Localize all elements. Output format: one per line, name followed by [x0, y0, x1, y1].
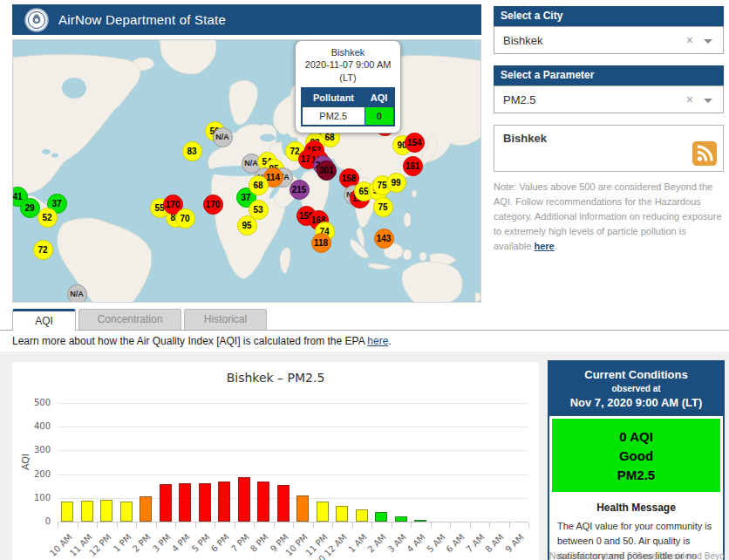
chart-bar[interactable]: [120, 502, 133, 522]
aqi-marker[interactable]: 52: [37, 208, 58, 228]
aqi-marker[interactable]: 143: [374, 229, 394, 249]
x-axis-tick: [489, 522, 490, 528]
health-message-section: Health Message The AQI value for your co…: [549, 495, 723, 560]
chart-title: Bishkek – PM2.5: [12, 371, 539, 385]
conditions-footer-note: Note: Values above 500 are considered Be…: [549, 551, 725, 560]
aqi-marker[interactable]: 95: [237, 215, 257, 236]
parameter-select-value: PM2.5: [503, 93, 536, 106]
city-select[interactable]: Bishkek ×: [494, 26, 724, 54]
chart-bar[interactable]: [414, 520, 426, 522]
aqi-marker[interactable]: 83: [182, 141, 202, 161]
x-axis-tick: [528, 522, 529, 528]
conditions-aqi-value: 0 AQI: [619, 429, 653, 444]
y-gridline: [58, 450, 528, 451]
parameter-select[interactable]: PM2.5 ×: [494, 85, 724, 113]
chart-bar[interactable]: [61, 502, 73, 522]
conditions-aqi-box: 0 AQI Good PM2.5: [552, 419, 720, 492]
header-bar: AirNow Department of State: [12, 4, 481, 35]
x-axis-label: 2 AM: [366, 532, 388, 554]
chart-card: Bishkek – PM2.5 AQI 010020030040050010 A…: [12, 362, 539, 560]
chart-bar[interactable]: [356, 509, 368, 522]
x-axis-tick: [58, 522, 58, 528]
chart-bar[interactable]: [277, 485, 290, 522]
chevron-down-icon[interactable]: [704, 39, 712, 44]
aqi-marker[interactable]: 99: [386, 173, 406, 193]
conditions-datetime: Nov 7, 2020 9:00 AM (LT): [551, 396, 721, 409]
x-axis-tick: [78, 522, 78, 528]
conditions-title: Current Conditions: [551, 368, 721, 381]
chart-bar[interactable]: [317, 502, 329, 522]
learn-more-body: Learn more about how the Air Quality Ind…: [12, 335, 367, 347]
x-axis-tick: [431, 522, 432, 528]
chart-plot-area: 010020030040050010 AM11 AM12 PM1 PM2 PM3…: [58, 403, 528, 522]
x-axis-tick: [215, 522, 215, 528]
aqi-marker[interactable]: N/A: [67, 284, 87, 304]
aqi-value-cell: 0: [364, 107, 394, 126]
aqi-marker[interactable]: 170: [203, 195, 223, 215]
x-axis-label: 3 PM: [151, 532, 173, 554]
chevron-down-icon[interactable]: [704, 99, 712, 103]
x-axis-tick: [175, 522, 176, 528]
aqi-marker[interactable]: 215: [290, 180, 310, 200]
chart-bar[interactable]: [257, 481, 269, 522]
y-axis-title: AQI: [20, 454, 31, 470]
popup-datetime: 2020-11-07 9:00 AM: [301, 58, 395, 71]
tab-historical[interactable]: Historical: [184, 309, 267, 330]
tab-bar: AQI Concentration Historical: [12, 309, 267, 331]
x-axis-label: 5 PM: [190, 532, 212, 554]
parameter-select-group: Select a Parameter PM2.5 ×: [494, 65, 724, 113]
chart-bar[interactable]: [336, 506, 348, 522]
tab-concentration[interactable]: Concentration: [78, 309, 181, 330]
city-select-group: Select a City Bishkek ×: [494, 6, 724, 54]
aqi-marker[interactable]: 301: [317, 160, 337, 181]
y-axis-tick-label: 100: [19, 493, 51, 502]
clear-icon[interactable]: ×: [686, 92, 693, 106]
rss-icon[interactable]: [692, 141, 717, 166]
x-axis-tick: [470, 522, 471, 528]
aqi-marker[interactable]: 72: [33, 240, 53, 260]
x-axis-tick: [392, 522, 392, 528]
state-department-seal-icon: [24, 8, 49, 32]
x-axis-label: 1 PM: [112, 532, 133, 554]
aqi-marker[interactable]: 161: [403, 156, 423, 176]
chart-bar[interactable]: [238, 477, 250, 522]
x-axis-tick: [313, 522, 314, 528]
note-text-end: .: [555, 241, 557, 251]
chart-bar[interactable]: [100, 500, 112, 522]
aqi-marker[interactable]: 118: [311, 233, 331, 253]
chart-bar[interactable]: [199, 483, 211, 522]
world-map[interactable]: 4129375272N/A56N/A83558517070170375395N/…: [12, 39, 481, 303]
chart-bar[interactable]: [296, 495, 309, 522]
aqi-marker[interactable]: N/A: [213, 127, 233, 147]
aqi-marker[interactable]: 68: [249, 175, 269, 195]
clear-icon[interactable]: ×: [686, 33, 693, 47]
note-link[interactable]: here: [534, 241, 554, 251]
conditions-panel: Current Conditions observed at Nov 7, 20…: [548, 360, 725, 560]
x-axis-tick: [450, 522, 451, 528]
y-axis-tick-label: 300: [19, 445, 51, 454]
chart-bar[interactable]: [140, 496, 152, 522]
learn-more-link[interactable]: here: [367, 335, 388, 347]
tab-aqi[interactable]: AQI: [12, 309, 76, 331]
x-axis-tick: [235, 522, 235, 528]
chart-bar[interactable]: [375, 512, 387, 522]
y-axis-tick-label: 400: [19, 421, 51, 431]
aqi-marker[interactable]: 29: [20, 198, 40, 218]
chart-bar[interactable]: [160, 484, 172, 522]
aqi-marker[interactable]: 75: [373, 197, 393, 217]
chart-bar[interactable]: [218, 481, 230, 522]
x-axis-tick: [411, 522, 412, 528]
y-gridline: [58, 475, 528, 475]
aqi-marker[interactable]: 70: [175, 208, 195, 229]
x-axis-label: 4 AM: [405, 532, 427, 554]
x-axis-label: 3 AM: [385, 532, 407, 554]
note-text: Note: Values above 500 are considered Be…: [494, 181, 722, 251]
aqi-marker[interactable]: 154: [405, 133, 425, 153]
chart-bar[interactable]: [179, 483, 191, 522]
x-axis-tick: [117, 522, 118, 528]
chart-bar[interactable]: [81, 501, 93, 522]
x-axis-tick: [293, 522, 294, 528]
y-axis-tick-label: 0: [19, 516, 51, 526]
x-axis-label: 9 AM: [503, 532, 525, 554]
chart-bar[interactable]: [395, 516, 407, 522]
